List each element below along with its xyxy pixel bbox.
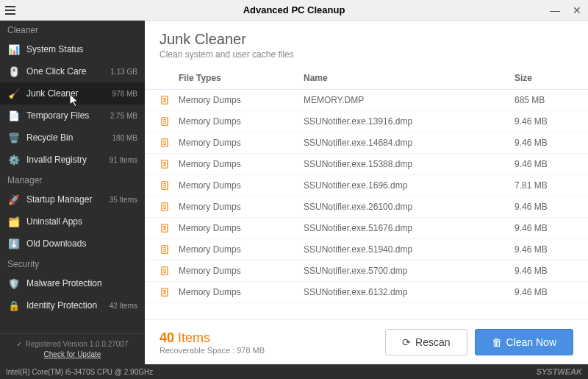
row-filetype: Memory Dumps [179, 244, 304, 255]
table-row[interactable]: Memory DumpsMEMORY.DMP685 MB [145, 90, 588, 111]
row-name: SSUNotifier.exe.26100.dmp [304, 202, 514, 212]
row-filetype: Memory Dumps [179, 138, 304, 148]
sidebar-item-icon: 🧹 [7, 87, 21, 100]
row-name: SSUNotifier.exe.14684.dmp [304, 138, 514, 148]
row-filetype: Memory Dumps [179, 266, 304, 276]
sidebar-item-badge: 180 MB [112, 134, 137, 142]
table-row[interactable]: Memory DumpsSSUNotifier.exe.51940.dmp9.4… [145, 239, 588, 261]
row-name: SSUNotifier.exe.51940.dmp [304, 244, 514, 255]
file-icon [159, 202, 179, 212]
sidebar-item-label: Temporary Files [26, 110, 110, 121]
row-size: 9.46 MB [514, 202, 573, 212]
table-row[interactable]: Memory DumpsSSUNotifier.exe.1696.dmp7.81… [145, 175, 588, 196]
sidebar-item-label: Old Downloads [26, 238, 137, 249]
registered-info: ✓Registered Version 1.0.0.27007 Check fo… [0, 333, 145, 364]
sidebar-item-uninstall-apps[interactable]: 🗂️Uninstall Apps [0, 210, 145, 233]
file-icon [159, 266, 179, 276]
file-icon [159, 95, 179, 105]
sidebar-item-identity-protection[interactable]: 🔒Identity Protection42 Items [0, 294, 145, 316]
row-name: SSUNotifier.exe.51676.dmp [304, 223, 514, 233]
table-row[interactable]: Memory DumpsSSUNotifier.exe.6132.dmp9.46… [145, 282, 588, 303]
row-filetype: Memory Dumps [179, 180, 304, 191]
sidebar-item-icon: 🗂️ [7, 215, 21, 228]
refresh-icon: ⟳ [402, 336, 411, 348]
table-row[interactable]: Memory DumpsSSUNotifier.exe.13916.dmp9.4… [145, 111, 588, 132]
row-name: SSUNotifier.exe.5700.dmp [304, 266, 514, 276]
row-size: 9.46 MB [514, 116, 573, 127]
table-row[interactable]: Memory DumpsSSUNotifier.exe.14684.dmp9.4… [145, 132, 588, 154]
sidebar-item-label: Startup Manager [26, 194, 110, 205]
row-filetype: Memory Dumps [179, 95, 304, 105]
sidebar-item-invalid-registry[interactable]: ⚙️Invalid Registry91 Items [0, 149, 145, 171]
table-row[interactable]: Memory DumpsSSUNotifier.exe.26100.dmp9.4… [145, 196, 588, 218]
items-count: 40 Items [159, 330, 378, 346]
cpu-info: Intel(R) Core(TM) i5-3470S CPU @ 2.90GHz [6, 368, 153, 376]
column-filetypes: File Types [179, 73, 304, 83]
sidebar-item-badge: 42 Items [110, 302, 137, 310]
file-icon [159, 159, 179, 169]
sidebar-item-startup-manager[interactable]: 🚀Startup Manager35 Items [0, 188, 145, 210]
section-header: Cleaner [0, 21, 145, 38]
sidebar-item-label: One Click Care [26, 66, 110, 77]
sidebar-item-badge: 1.13 GB [110, 68, 137, 76]
minimize-button[interactable]: — [544, 0, 566, 21]
file-icon [159, 244, 179, 255]
table-row[interactable]: Memory DumpsSSUNotifier.exe.51676.dmp9.4… [145, 218, 588, 239]
rescan-button[interactable]: ⟳ Rescan [385, 329, 467, 355]
sidebar-item-icon: 📊 [7, 43, 21, 56]
row-name: SSUNotifier.exe.13916.dmp [304, 116, 514, 127]
section-header: Manager [0, 171, 145, 188]
sidebar-item-malware-protection[interactable]: 🛡️Malware Protection [0, 272, 145, 294]
statusbar: Intel(R) Core(TM) i5-3470S CPU @ 2.90GHz… [0, 364, 588, 379]
sidebar-item-recycle-bin[interactable]: 🗑️Recycle Bin180 MB [0, 127, 145, 149]
check-icon: ✓ [16, 340, 22, 348]
table-row[interactable]: Memory DumpsSSUNotifier.exe.5700.dmp9.46… [145, 261, 588, 282]
row-size: 9.46 MB [514, 223, 573, 233]
recoverable-space: Recoverable Space : 978 MB [159, 346, 378, 355]
sidebar-item-icon: ⬇️ [7, 237, 21, 250]
table-row[interactable]: Memory DumpsSSUNotifier.exe.15388.dmp9.4… [145, 154, 588, 175]
sidebar-item-label: Malware Protection [26, 278, 137, 288]
section-header: Security [0, 255, 145, 272]
row-filetype: Memory Dumps [179, 287, 304, 297]
row-size: 9.46 MB [514, 159, 573, 169]
row-filetype: Memory Dumps [179, 223, 304, 233]
file-icon [159, 223, 179, 233]
sidebar-item-icon: 🖱️ [7, 65, 21, 78]
table-body[interactable]: Memory DumpsMEMORY.DMP685 MBMemory Dumps… [145, 90, 588, 319]
sidebar-item-badge: 35 Items [110, 196, 137, 204]
page-title: Junk Cleaner [159, 31, 573, 48]
sidebar-item-icon: 🛡️ [7, 277, 21, 290]
check-update-link[interactable]: Check for Update [7, 350, 137, 358]
row-size: 9.46 MB [514, 244, 573, 255]
sidebar-item-badge: 91 Items [110, 156, 137, 164]
row-filetype: Memory Dumps [179, 159, 304, 169]
sidebar-item-one-click-care[interactable]: 🖱️One Click Care1.13 GB [0, 60, 145, 82]
sidebar-item-icon: 🔒 [7, 299, 21, 312]
sidebar-item-icon: 📄 [7, 109, 21, 122]
sidebar-item-old-downloads[interactable]: ⬇️Old Downloads [0, 233, 145, 255]
row-size: 7.81 MB [514, 180, 573, 191]
sidebar-item-junk-cleaner[interactable]: 🧹Junk Cleaner978 MB [0, 82, 145, 105]
sidebar-item-system-status[interactable]: 📊System Status [0, 38, 145, 60]
menu-icon[interactable] [0, 0, 21, 21]
sidebar: Cleaner📊System Status🖱️One Click Care1.1… [0, 21, 145, 364]
row-size: 685 MB [514, 95, 573, 105]
window-title: Advanced PC Cleanup [0, 4, 588, 15]
sidebar-item-label: Junk Cleaner [26, 88, 112, 99]
clean-now-button[interactable]: 🗑 Clean Now [475, 329, 573, 355]
row-size: 9.46 MB [514, 138, 573, 148]
sidebar-item-label: Uninstall Apps [26, 216, 137, 227]
row-name: SSUNotifier.exe.15388.dmp [304, 159, 514, 169]
row-name: SSUNotifier.exe.1696.dmp [304, 180, 514, 191]
sidebar-item-label: Recycle Bin [26, 132, 112, 143]
sidebar-item-badge: 2.75 MB [110, 112, 137, 120]
close-button[interactable]: ✕ [566, 0, 588, 21]
sidebar-item-icon: 🚀 [7, 193, 21, 206]
sidebar-item-badge: 978 MB [112, 90, 137, 98]
column-name: Name [304, 73, 514, 83]
page-subtitle: Clean system and user cache files [159, 49, 573, 60]
sidebar-item-icon: ⚙️ [7, 153, 21, 166]
sidebar-item-temporary-files[interactable]: 📄Temporary Files2.75 MB [0, 105, 145, 127]
row-size: 9.46 MB [514, 266, 573, 276]
